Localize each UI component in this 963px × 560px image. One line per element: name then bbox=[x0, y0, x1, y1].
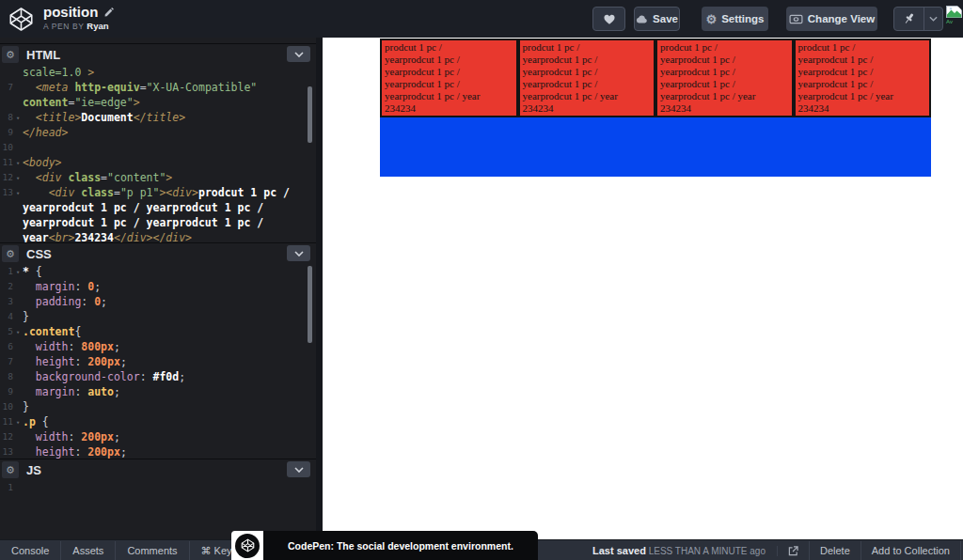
top-header-bar: position A PEN BY Ryan bbox=[0, 0, 963, 38]
html-settings-gear-icon[interactable]: ⚙ bbox=[2, 46, 19, 63]
footer-action-delete[interactable]: Delete bbox=[809, 541, 860, 560]
code-line[interactable]: yearprodcut 1 pc / yearprodcut 1 pc / bbox=[0, 200, 316, 215]
line-number: 10 bbox=[0, 399, 13, 414]
code-text: yearprodcut 1 pc / yearprodcut 1 pc / bbox=[23, 215, 263, 230]
line-number: 2 bbox=[0, 279, 13, 294]
edit-title-pencil-icon[interactable] bbox=[104, 7, 115, 17]
pin-button-group[interactable] bbox=[893, 7, 943, 31]
open-in-new-window-icon[interactable] bbox=[777, 546, 809, 556]
code-line[interactable]: 7 <meta http-equiv="X-UA-Compatible" bbox=[0, 80, 316, 95]
product-text-line: yearprodcut 1 pc / bbox=[798, 66, 927, 78]
code-line[interactable]: 8▾ <title>Document</title> bbox=[0, 110, 316, 125]
pin-chevron-down-icon[interactable] bbox=[924, 8, 942, 30]
code-line[interactable]: 10 bbox=[0, 140, 316, 155]
footer-action-addtocollection[interactable]: Add to Collection bbox=[860, 541, 960, 560]
code-line[interactable]: year<br>234234</div></div> bbox=[0, 230, 316, 243]
code-text: yearprodcut 1 pc / yearprodcut 1 pc / bbox=[23, 200, 263, 215]
css-settings-gear-icon[interactable]: ⚙ bbox=[2, 245, 19, 262]
css-editor-label: CSS bbox=[26, 247, 52, 261]
fold-gutter bbox=[13, 294, 23, 309]
fold-gutter bbox=[13, 95, 23, 110]
pin-icon[interactable] bbox=[894, 8, 924, 30]
fold-gutter bbox=[13, 369, 23, 384]
code-line[interactable]: content="ie=edge"> bbox=[0, 95, 316, 110]
fold-gutter bbox=[13, 65, 23, 80]
html-code-area[interactable]: scale=1.0 >7 <meta http-equiv="X-UA-Comp… bbox=[0, 65, 316, 243]
code-line[interactable]: 10} bbox=[0, 399, 316, 414]
footer-tab-console[interactable]: Console bbox=[0, 541, 61, 560]
code-line[interactable]: 1▾* { bbox=[0, 264, 316, 279]
html-editor-header: ⚙ HTML bbox=[0, 43, 316, 65]
js-collapse-button[interactable] bbox=[287, 461, 310, 477]
avatar-alt-text: Av bbox=[946, 20, 963, 24]
line-number: 11 bbox=[0, 155, 13, 170]
author-link[interactable]: Ryan bbox=[87, 21, 108, 31]
save-button[interactable]: Save bbox=[634, 7, 680, 31]
code-line[interactable]: 13▾ <div class="p p1"><div>prodcut 1 pc … bbox=[0, 185, 316, 200]
footer-tab-comments[interactable]: Comments bbox=[116, 541, 189, 560]
fold-caret-icon[interactable]: ▾ bbox=[13, 264, 23, 279]
codepen-badge[interactable]: CodePen: The social development environm… bbox=[231, 531, 538, 560]
product-text-line: yearprodcut 1 pc / year bbox=[798, 90, 927, 102]
code-text: } bbox=[23, 309, 29, 324]
html-editor-section: ⚙ HTML scale=1.0 >7 <meta http-equiv="X-… bbox=[0, 43, 316, 243]
change-view-label: Change View bbox=[808, 13, 875, 24]
code-line[interactable]: 11▾<body> bbox=[0, 155, 316, 170]
code-line[interactable]: 8 background-color: #f0d; bbox=[0, 369, 316, 384]
code-line[interactable]: 9 margin: auto; bbox=[0, 384, 316, 399]
code-line[interactable]: 2 margin: 0; bbox=[0, 279, 316, 294]
product-text-line: 234234 bbox=[385, 102, 513, 115]
footer-tab-assets[interactable]: Assets bbox=[61, 541, 116, 560]
line-number: 11 bbox=[0, 414, 13, 429]
fold-caret-icon[interactable]: ▾ bbox=[13, 414, 23, 429]
code-text: year<br>234234</div></div> bbox=[23, 230, 192, 243]
product-text-line: prodcut 1 pc / bbox=[385, 41, 513, 54]
code-line[interactable]: 12▾ <div class="content"> bbox=[0, 170, 316, 185]
css-scrollbar-thumb[interactable] bbox=[308, 266, 312, 343]
fold-caret-icon[interactable]: ▾ bbox=[13, 155, 23, 170]
code-text: <meta http-equiv="X-UA-Compatible" bbox=[23, 80, 257, 95]
badge-logo-tile bbox=[231, 531, 263, 560]
codepen-badge-logo-icon bbox=[235, 534, 260, 558]
line-number bbox=[0, 215, 13, 230]
codepen-editor-window: position A PEN BY Ryan bbox=[0, 0, 963, 560]
gear-icon: ⚙ bbox=[705, 12, 717, 26]
line-number bbox=[0, 230, 13, 243]
settings-button[interactable]: ⚙ Settings bbox=[702, 7, 768, 31]
fold-caret-icon[interactable]: ▾ bbox=[13, 324, 23, 339]
code-line[interactable]: 11▾.p { bbox=[0, 414, 316, 429]
code-line[interactable]: yearprodcut 1 pc / yearprodcut 1 pc / bbox=[0, 215, 316, 230]
fold-caret-icon[interactable]: ▾ bbox=[13, 110, 23, 125]
line-number: 12 bbox=[0, 429, 13, 444]
broken-avatar-image[interactable]: Av bbox=[946, 6, 963, 24]
fold-gutter bbox=[13, 429, 23, 444]
fold-caret-icon[interactable]: ▾ bbox=[13, 170, 23, 185]
code-line[interactable]: 13 height: 200px; bbox=[0, 444, 316, 459]
code-text: width: 200px; bbox=[23, 429, 120, 444]
code-line[interactable]: 4} bbox=[0, 309, 316, 324]
code-line[interactable]: 12 width: 200px; bbox=[0, 429, 316, 444]
product-text-line: yearprodcut 1 pc / bbox=[660, 66, 789, 78]
fold-gutter bbox=[13, 309, 23, 324]
code-line[interactable]: 1 bbox=[0, 480, 316, 495]
css-code-area[interactable]: 1▾* {2 margin: 0;3 padding: 0;4}5▾.conte… bbox=[0, 264, 316, 459]
html-collapse-button[interactable] bbox=[287, 46, 310, 62]
code-line[interactable]: 9</head> bbox=[0, 125, 316, 140]
footer-right-group: Last saved LESS THAN A MINUTE ago Delete… bbox=[581, 540, 963, 560]
js-settings-gear-icon[interactable]: ⚙ bbox=[2, 461, 19, 478]
fold-gutter bbox=[13, 230, 23, 243]
code-line[interactable]: 6 width: 800px; bbox=[0, 339, 316, 354]
code-line[interactable]: 3 padding: 0; bbox=[0, 294, 316, 309]
fold-caret-icon[interactable]: ▾ bbox=[13, 185, 23, 200]
codepen-logo-icon[interactable] bbox=[8, 7, 34, 32]
code-line[interactable]: 5▾.content{ bbox=[0, 324, 316, 339]
code-line[interactable]: scale=1.0 > bbox=[0, 65, 316, 80]
product-text-line: yearprodcut 1 pc / bbox=[798, 54, 927, 66]
heart-button[interactable] bbox=[592, 7, 625, 31]
html-scrollbar-thumb[interactable] bbox=[308, 86, 312, 143]
line-number: 13 bbox=[0, 444, 13, 459]
css-collapse-button[interactable] bbox=[287, 245, 310, 261]
code-line[interactable]: 7 height: 200px; bbox=[0, 354, 316, 369]
change-view-button[interactable]: Change View bbox=[786, 7, 877, 31]
panel-resizer-handle[interactable] bbox=[316, 38, 323, 539]
